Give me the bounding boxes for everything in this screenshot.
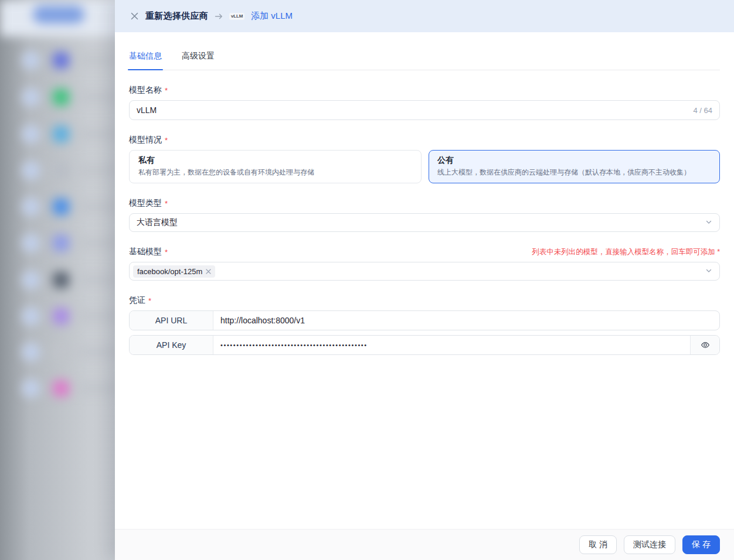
tag-close-icon[interactable] <box>206 269 211 274</box>
required-mark: * <box>165 86 168 95</box>
breadcrumb-reselect-provider[interactable]: 重新选择供应商 <box>145 11 208 22</box>
eye-icon <box>701 340 710 350</box>
api-key-addon: API Key <box>130 336 213 354</box>
base-model-label: 基础模型 * <box>129 247 168 257</box>
save-button[interactable]: 保 存 <box>682 535 720 554</box>
required-mark: * <box>148 296 151 305</box>
tab-bar: 基础信息 高级设置 <box>129 51 720 70</box>
model-type-label-text: 模型类型 <box>129 198 162 209</box>
blurred-primary-button <box>33 6 84 23</box>
tab-basic-info[interactable]: 基础信息 <box>129 51 162 70</box>
model-scope-label: 模型情况 * <box>129 135 720 145</box>
model-name-label-text: 模型名称 <box>129 85 162 95</box>
model-scope-options: 私有 私有部署为主，数据在您的设备或自有环境内处理与存储 公有 线上大模型，数据… <box>129 150 720 183</box>
chevron-down-icon <box>705 266 712 276</box>
required-mark: * <box>165 136 168 145</box>
model-scope-label-text: 模型情况 <box>129 135 162 145</box>
credentials-label: 凭证 * <box>129 295 720 306</box>
field-model-name: 模型名称 * 4 / 64 <box>129 85 720 120</box>
field-credentials: 凭证 * API URL http://localhost:8000/v1 AP… <box>129 295 720 355</box>
base-model-label-text: 基础模型 <box>129 247 162 257</box>
api-url-addon: API URL <box>130 311 213 330</box>
base-model-hint: 列表中未列出的模型，直接输入模型名称，回车即可添加 * <box>532 247 720 257</box>
tab-advanced-settings[interactable]: 高级设置 <box>182 51 215 70</box>
content-spacer <box>115 355 734 529</box>
model-tag-text: facebook/opt-125m <box>137 267 202 276</box>
field-model-scope: 模型情况 * 私有 私有部署为主，数据在您的设备或自有环境内处理与存储 公有 线… <box>129 135 720 183</box>
vllm-logo: vLLM <box>229 13 244 20</box>
drawer-header: 重新选择供应商 vLLM 添加 vLLM <box>115 0 734 32</box>
scope-card-private[interactable]: 私有 私有部署为主，数据在您的设备或自有环境内处理与存储 <box>129 150 422 183</box>
model-name-input[interactable] <box>137 105 687 115</box>
close-icon[interactable] <box>130 12 139 21</box>
required-mark: * <box>165 199 168 208</box>
test-connection-button[interactable]: 测试连接 <box>624 535 675 554</box>
provider-form: 模型名称 * 4 / 64 模型情况 * 私有 私有部署为主，数据在您的设备或自… <box>115 70 734 355</box>
credentials-label-text: 凭证 <box>129 295 145 306</box>
scope-card-public[interactable]: 公有 线上大模型，数据在供应商的云端处理与存储（默认存本地，供应商不主动收集） <box>429 150 721 183</box>
base-model-select[interactable]: facebook/opt-125m <box>129 262 720 281</box>
base-model-label-row: 基础模型 * 列表中未列出的模型，直接输入模型名称，回车即可添加 * <box>129 247 720 257</box>
cancel-button[interactable]: 取 消 <box>579 535 617 554</box>
chevron-down-icon <box>705 217 712 228</box>
api-url-input[interactable]: http://localhost:8000/v1 <box>213 311 719 330</box>
drawer-footer: 取 消 测试连接 保 存 <box>115 529 734 560</box>
scope-private-title: 私有 <box>138 155 412 166</box>
model-name-label: 模型名称 * <box>129 85 720 95</box>
model-type-value: 大语言模型 <box>137 217 178 228</box>
scope-public-desc: 线上大模型，数据在供应商的云端处理与存储（默认存本地，供应商不主动收集） <box>437 168 711 177</box>
arrow-right-icon <box>215 13 223 20</box>
scope-private-desc: 私有部署为主，数据在您的设备或自有环境内处理与存储 <box>138 168 412 177</box>
api-url-row: API URL http://localhost:8000/v1 <box>129 310 720 330</box>
add-provider-drawer: 重新选择供应商 vLLM 添加 vLLM 基础信息 高级设置 模型名称 * 4 … <box>115 0 734 560</box>
model-type-select[interactable]: 大语言模型 <box>129 213 720 232</box>
field-model-type: 模型类型 * 大语言模型 <box>129 198 720 232</box>
model-tag: facebook/opt-125m <box>133 265 215 278</box>
breadcrumb-current-page: 添加 vLLM <box>251 11 293 22</box>
api-key-input[interactable]: ••••••••••••••••••••••••••••••••••••••••… <box>213 336 690 354</box>
field-base-model: 基础模型 * 列表中未列出的模型，直接输入模型名称，回车即可添加 * faceb… <box>129 247 720 281</box>
char-counter: 4 / 64 <box>693 106 712 115</box>
model-type-label: 模型类型 * <box>129 198 720 209</box>
required-mark: * <box>165 248 168 257</box>
model-name-input-wrap: 4 / 64 <box>129 100 720 120</box>
scope-public-title: 公有 <box>437 155 711 166</box>
api-key-row: API Key ••••••••••••••••••••••••••••••••… <box>129 335 720 355</box>
toggle-key-visibility-button[interactable] <box>690 336 719 354</box>
